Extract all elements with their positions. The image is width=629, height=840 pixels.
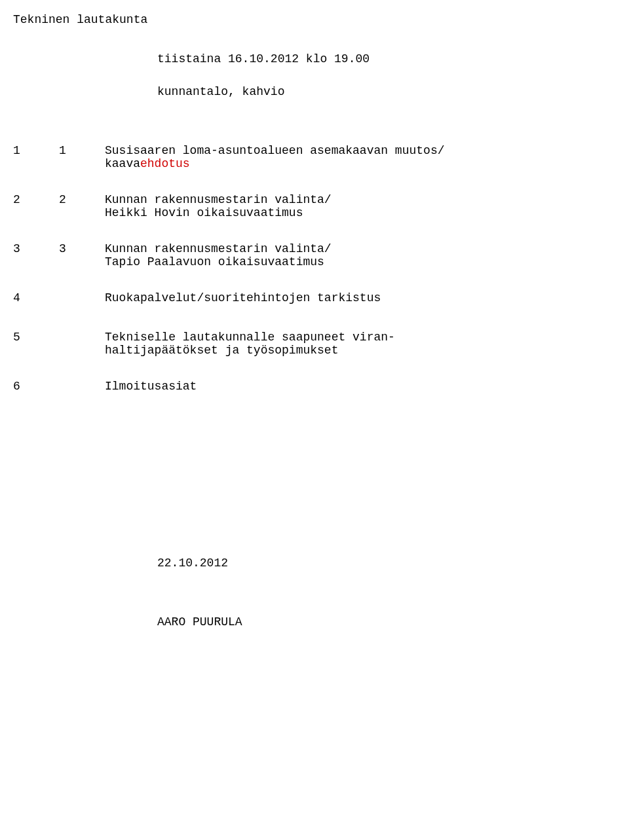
agenda-text-red: ehdotus <box>140 157 190 170</box>
agenda-line: Kunnan rakennusmestarin valinta/ <box>105 242 590 255</box>
agenda-num-left: 3 <box>13 242 59 268</box>
agenda-item-4: 4 Ruokapalvelut/suoritehintojen tarkistu… <box>13 291 590 304</box>
document-date: 22.10.2012 <box>157 557 590 570</box>
agenda-line: kaavaehdotus <box>105 157 590 170</box>
agenda-text: Ilmoitusasiat <box>105 380 590 393</box>
agenda-num-left: 1 <box>13 144 59 170</box>
agenda-line: Kunnan rakennusmestarin valinta/ <box>105 193 590 206</box>
agenda-num-left: 2 <box>13 193 59 219</box>
agenda-text: Kunnan rakennusmestarin valinta/ Heikki … <box>105 193 590 219</box>
agenda-text: Susisaaren loma-asuntoalueen asemakaavan… <box>105 144 590 170</box>
agenda-text: Kunnan rakennusmestarin valinta/ Tapio P… <box>105 242 590 268</box>
agenda-num-right: 1 <box>59 144 105 170</box>
agenda-num-right: 2 <box>59 193 105 219</box>
meeting-time: tiistaina 16.10.2012 klo 19.00 <box>157 52 590 65</box>
agenda-line: Tekniselle lautakunnalle saapuneet viran… <box>105 331 590 344</box>
agenda-item-5: 5 Tekniselle lautakunnalle saapuneet vir… <box>13 331 590 357</box>
agenda-num-right <box>59 331 105 357</box>
agenda-line: Ruokapalvelut/suoritehintojen tarkistus <box>105 291 590 304</box>
agenda-text: Tekniselle lautakunnalle saapuneet viran… <box>105 331 590 357</box>
document-page: Tekninen lautakunta tiistaina 16.10.2012… <box>0 0 629 840</box>
agenda-item-6: 6 Ilmoitusasiat <box>13 380 590 393</box>
agenda-num-right: 3 <box>59 242 105 268</box>
agenda-num-left: 4 <box>13 291 59 304</box>
agenda-item-3: 3 3 Kunnan rakennusmestarin valinta/ Tap… <box>13 242 590 268</box>
meeting-place: kunnantalo, kahvio <box>157 85 590 98</box>
agenda-line: haltijapäätökset ja työsopimukset <box>105 344 590 357</box>
agenda-item-2: 2 2 Kunnan rakennusmestarin valinta/ Hei… <box>13 193 590 219</box>
agenda-item-1: 1 1 Susisaaren loma-asuntoalueen asemaka… <box>13 144 590 170</box>
agenda-num-right <box>59 380 105 393</box>
agenda-line: Heikki Hovin oikaisuvaatimus <box>105 206 590 219</box>
agenda-num-left: 5 <box>13 331 59 357</box>
agenda-line: Susisaaren loma-asuntoalueen asemakaavan… <box>105 144 590 157</box>
agenda-text-part: kaava <box>105 157 140 170</box>
agenda-line: Tapio Paalavuon oikaisuvaatimus <box>105 255 590 268</box>
agenda-text: Ruokapalvelut/suoritehintojen tarkistus <box>105 291 590 304</box>
agenda-line: Ilmoitusasiat <box>105 380 590 393</box>
agenda-num-right <box>59 291 105 304</box>
page-title: Tekninen lautakunta <box>13 13 590 26</box>
document-signer: AARO PUURULA <box>157 615 590 629</box>
agenda-num-left: 6 <box>13 380 59 393</box>
